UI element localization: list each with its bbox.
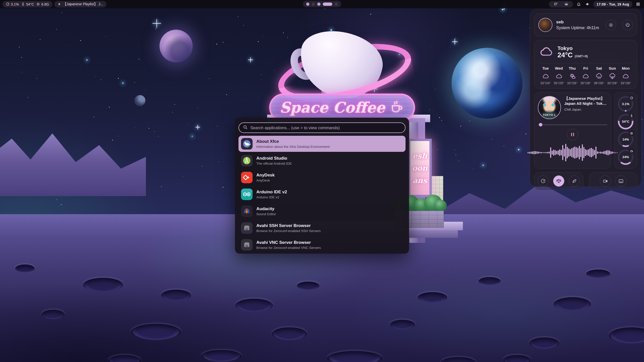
system-gauge: 14% (618, 131, 633, 147)
app-icon (241, 172, 253, 183)
system-gauge: 54°C (618, 114, 633, 129)
app-description: Arduino IDE v2 (256, 195, 287, 199)
gauge-icon (6, 2, 10, 6)
gear-icon (608, 22, 614, 28)
app-list-item[interactable]: AnyDesk AnyDesk (238, 169, 406, 186)
app-list-item[interactable]: Android Studio The official Android IDE (238, 153, 406, 169)
dashboard-grid-icon[interactable] (634, 1, 641, 8)
powersave-mode-button[interactable] (538, 175, 549, 187)
forecast-day: Thu 33°/26° (566, 66, 579, 85)
workspace-dot[interactable] (335, 3, 338, 6)
album-art-text: TOKYO L (538, 114, 560, 116)
gauge-icon (629, 95, 634, 101)
systray-pill (549, 1, 573, 8)
forecast-weather-icon (552, 73, 566, 80)
image-tray-icon[interactable] (563, 1, 570, 8)
app-description: The official Android IDE (256, 162, 292, 165)
power-profile-card (534, 172, 583, 190)
thermometer-icon (21, 2, 25, 6)
forecast-day: Sun 33°/26° (606, 66, 619, 85)
app-icon (241, 222, 253, 234)
forecast-weather-icon (579, 73, 592, 80)
app-name: Audacity (256, 206, 276, 211)
forecast-day: Tue 33°/24° (539, 66, 552, 85)
now-playing-text: 【Japanese Playlist】 J... (63, 2, 103, 7)
performance-mode-button[interactable] (569, 175, 580, 187)
workspace-dot[interactable] (317, 3, 320, 6)
app-name: Avahi VNC Server Browser (256, 240, 321, 245)
weekly-forecast: Tue 33°/24° Wed 35°/25° Thu 33°/26° Fri (539, 66, 632, 85)
app-list-item[interactable]: About Xfce Information about the Xfce De… (238, 136, 406, 152)
forecast-weather-icon (539, 73, 552, 80)
cat-icon[interactable] (552, 1, 559, 8)
app-description: Sound Editor (256, 212, 276, 216)
search-input[interactable] (250, 125, 401, 130)
leaf-icon (572, 178, 577, 184)
forecast-weather-icon (592, 73, 606, 80)
small-moon (134, 95, 145, 106)
waveform (538, 140, 607, 165)
settings-button[interactable] (606, 20, 616, 30)
app-icon (241, 239, 253, 251)
forecast-weather-icon (606, 73, 619, 80)
video-camera-icon (603, 178, 608, 184)
topbar-left: 3.1% 54°C 6.8G (3, 1, 106, 8)
weather-timezone: (GMT+9) (575, 54, 588, 58)
app-list-item[interactable]: Avahi SSH Server Browser Browse for Zero… (238, 220, 406, 236)
screenshot-button[interactable] (615, 175, 626, 187)
app-icon (241, 155, 253, 166)
workspace-dot[interactable] (323, 3, 332, 6)
workspace-dot[interactable] (312, 3, 315, 6)
system-stats-pill[interactable]: 3.1% 54°C 6.8G (3, 1, 52, 8)
top-panel: 3.1% 54°C 6.8G (0, 0, 644, 8)
app-icon (241, 205, 253, 217)
neon-sign-text: Space Coffee (280, 99, 385, 116)
album-art[interactable]: TOKYO L (538, 96, 561, 119)
forecast-day: Wed 35°/25° (552, 66, 566, 85)
system-gauge: 24% (618, 149, 633, 165)
cpu-stat: 3.1% (6, 2, 19, 6)
app-list-item[interactable]: Avahi VNC Server Browser Browse for Zero… (238, 237, 406, 253)
user-card: seb System Uptime: 4h11m (534, 13, 637, 36)
neon-cup-icon (388, 99, 405, 116)
app-name: Android Studio (256, 156, 292, 161)
app-list: About Xfce Information about the Xfce De… (238, 136, 406, 253)
balanced-mode-button[interactable] (553, 175, 564, 187)
app-name: Arduino IDE v2 (256, 190, 287, 195)
now-playing-pill[interactable]: 【Japanese Playlist】 J... (54, 1, 107, 8)
workspace-dot[interactable] (306, 3, 309, 6)
app-list-item[interactable]: Audacity Sound Editor (238, 203, 406, 219)
capture-card (589, 172, 637, 190)
app-launcher: About Xfce Information about the Xfce De… (235, 118, 409, 254)
avatar[interactable] (538, 18, 552, 32)
screenshot-icon (618, 178, 624, 184)
weather-city: Tokyo (557, 45, 588, 51)
search-icon (243, 125, 248, 131)
app-list-item[interactable]: Arduino IDE v2 Arduino IDE v2 (238, 186, 406, 202)
weather-temp: 24°C (557, 51, 573, 59)
seek-knob[interactable] (539, 123, 542, 126)
system-gauge: 3.1% (618, 96, 633, 112)
window-neon-text: esh (413, 151, 427, 160)
power-icon (625, 22, 630, 27)
weather-card: Tokyo 24°C (GMT+9) Tue 33°/24° Wed (534, 40, 637, 89)
gauge-icon (629, 130, 634, 136)
seek-bar[interactable] (538, 123, 607, 126)
power-button[interactable] (622, 20, 633, 30)
app-icon (241, 189, 253, 200)
volume-icon[interactable] (584, 1, 591, 8)
music-player-card: TOKYO L 【Japanese Playlist】 Japan All Ni… (534, 92, 611, 169)
screen-record-button[interactable] (600, 175, 611, 187)
scales-icon (556, 178, 561, 184)
notifications-bell-icon[interactable] (575, 1, 582, 8)
window-neon-text: oon (412, 164, 428, 172)
pause-button[interactable] (567, 129, 578, 140)
app-description: Browse for Zeroconf-enabled SSH Servers (256, 229, 321, 233)
search-box (238, 122, 406, 133)
clock-pill[interactable]: 17:09 - Tue, 19 Aug (593, 1, 632, 8)
app-name: AnyDesk (256, 173, 275, 178)
temp-stat: 54°C (21, 2, 34, 6)
system-uptime: System Uptime: 4h11m (556, 25, 602, 30)
purple-planet (159, 30, 193, 62)
dashboard-panel: seb System Uptime: 4h11m (530, 9, 641, 187)
